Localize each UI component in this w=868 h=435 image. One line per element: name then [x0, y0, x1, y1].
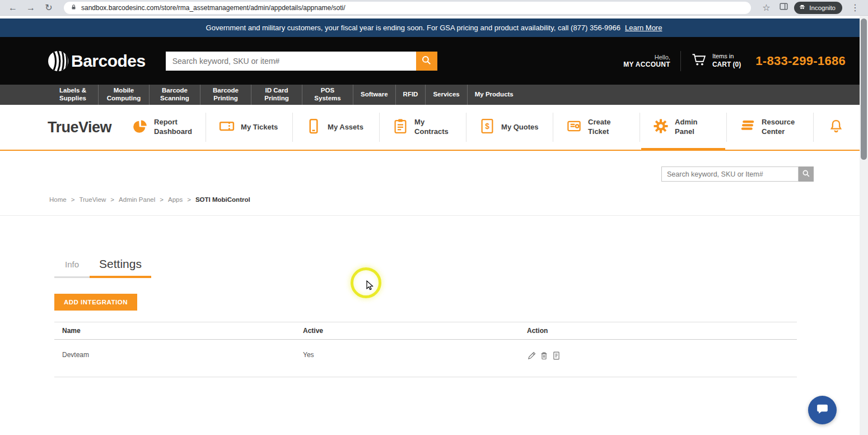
cart-items-in-label: Items in [712, 53, 741, 61]
row-actions [527, 351, 561, 360]
crumb-separator: > [187, 196, 191, 203]
promo-banner: Government and military customers, your … [0, 18, 868, 37]
nav-barcode-scanning[interactable]: Barcode Scanning [150, 85, 200, 105]
table-row: Devteam Yes [54, 340, 797, 377]
breadcrumb-bar: Home > TrueView > Admin Panel > Apps > S… [0, 196, 868, 216]
crumb-home[interactable]: Home [49, 196, 67, 203]
integrations-table: Name Active Action Devteam Yes [54, 322, 797, 377]
crumb-admin-panel[interactable]: Admin Panel [119, 196, 155, 203]
trueview-bar: TrueView Report Dashboard My Tickets [0, 105, 868, 151]
page-search-row [0, 151, 868, 182]
page-search-input[interactable] [661, 166, 799, 182]
trueview-brand: TrueView [48, 119, 111, 136]
delete-trash-icon[interactable] [539, 351, 549, 360]
trueview-my-quotes[interactable]: $ My Quotes [466, 113, 553, 142]
incognito-icon [799, 3, 806, 12]
chat-launcher-button[interactable] [808, 396, 837, 424]
crumb-current: SOTI MobiControl [195, 196, 250, 203]
pie-chart-icon [132, 118, 148, 137]
trueview-my-contracts[interactable]: My Contracts [379, 113, 466, 142]
browser-toolbar: ← → ↻ sandbox.barcodesinc.com/store/rma_… [0, 0, 868, 16]
crumb-separator: > [110, 196, 114, 203]
page-scrollbar[interactable] [860, 16, 868, 435]
gear-icon [652, 118, 669, 137]
site-header: Barcodes Hello, MY ACCOUNT Items in [0, 37, 868, 85]
nav-services[interactable]: Services [426, 85, 467, 105]
create-ticket-icon [566, 118, 582, 137]
tab-info[interactable]: Info [54, 255, 90, 278]
search-icon [421, 55, 432, 67]
address-bar[interactable]: sandbox.barcodesinc.com/store/rma_assetm… [64, 2, 751, 14]
lock-icon [71, 3, 77, 13]
crumb-apps[interactable]: Apps [168, 196, 183, 203]
promo-text: Government and military customers, your … [206, 24, 620, 32]
layers-icon [739, 118, 756, 137]
barcodes-sphere-icon [48, 50, 69, 72]
quote-document-icon: $ [479, 118, 496, 137]
trueview-my-assets[interactable]: My Assets [292, 113, 379, 142]
crumb-trueview[interactable]: TrueView [79, 196, 106, 203]
learn-more-link[interactable]: Learn More [625, 24, 662, 32]
mobile-device-icon [305, 118, 322, 137]
log-document-icon[interactable] [552, 351, 561, 360]
cart-count-label: CART (0) [712, 61, 741, 68]
nav-my-products[interactable]: My Products [468, 85, 521, 105]
header-divider [680, 51, 681, 71]
url-text: sandbox.barcodesinc.com/store/rma_assetm… [81, 4, 346, 12]
bell-icon [828, 118, 844, 136]
nav-id-card-printing[interactable]: ID Card Printing [251, 85, 302, 105]
bookmark-star-icon[interactable]: ☆ [759, 1, 773, 15]
nav-mobile-computing[interactable]: Mobile Computing [99, 85, 150, 105]
reload-icon[interactable]: ↻ [41, 1, 56, 15]
breadcrumb: Home > TrueView > Admin Panel > Apps > S… [49, 196, 868, 203]
nav-software[interactable]: Software [353, 85, 396, 105]
main-content: Info Settings ADD INTEGRATION Name Activ… [0, 216, 868, 377]
hello-label: Hello, [623, 54, 670, 61]
header-search [166, 52, 437, 71]
trueview-report-dashboard[interactable]: Report Dashboard [119, 113, 206, 142]
tab-settings[interactable]: Settings [90, 257, 151, 278]
nav-rfid[interactable]: RFID [396, 85, 426, 105]
clipboard-icon [392, 118, 409, 137]
back-icon[interactable]: ← [6, 1, 20, 15]
scrollbar-thumb[interactable] [861, 18, 867, 160]
nav-labels-supplies[interactable]: Labels & Supplies [48, 85, 99, 105]
svg-text:$: $ [485, 122, 489, 131]
cell-active: Yes [295, 340, 519, 377]
ticket-icon [218, 118, 235, 137]
main-navigation: Labels & Supplies Mobile Computing Barco… [0, 85, 868, 105]
header-search-input[interactable] [166, 52, 416, 71]
phone-number[interactable]: 1-833-299-1686 [755, 54, 846, 68]
mouse-cursor [364, 280, 375, 293]
forward-icon[interactable]: → [24, 1, 38, 15]
my-account-label: MY ACCOUNT [623, 61, 670, 68]
menu-dots-icon[interactable]: ⋮ [848, 1, 862, 15]
trueview-create-ticket[interactable]: Create Ticket [553, 113, 640, 142]
crumb-separator: > [160, 196, 164, 203]
edit-pencil-icon[interactable] [527, 351, 536, 360]
page-search-button[interactable] [799, 166, 814, 182]
tabs: Info Settings [54, 255, 868, 278]
column-header-active: Active [295, 322, 519, 340]
chat-bubble-icon [815, 402, 829, 418]
header-search-button[interactable] [416, 52, 437, 71]
trueview-my-tickets[interactable]: My Tickets [206, 113, 292, 142]
cell-name: Devteam [54, 340, 295, 377]
notifications-bell[interactable] [813, 113, 844, 142]
nav-barcode-printing[interactable]: Barcode Printing [200, 85, 251, 105]
cart[interactable]: Items in CART (0) [691, 53, 741, 70]
trueview-resource-center[interactable]: Resource Center [726, 113, 813, 142]
incognito-label: Incognito [809, 4, 836, 11]
column-header-name: Name [54, 322, 295, 340]
trueview-admin-panel[interactable]: Admin Panel [640, 113, 726, 142]
search-icon [802, 169, 810, 179]
incognito-badge: Incognito [794, 2, 842, 14]
side-panel-icon[interactable] [779, 2, 788, 13]
crumb-separator: > [71, 196, 75, 203]
add-integration-button[interactable]: ADD INTEGRATION [54, 294, 137, 311]
barcodes-logo[interactable]: Barcodes [48, 50, 146, 72]
my-account[interactable]: Hello, MY ACCOUNT [623, 54, 670, 68]
logo-text: Barcodes [71, 52, 146, 71]
nav-pos-systems[interactable]: POS Systems [302, 85, 353, 105]
column-header-action: Action [519, 322, 797, 340]
